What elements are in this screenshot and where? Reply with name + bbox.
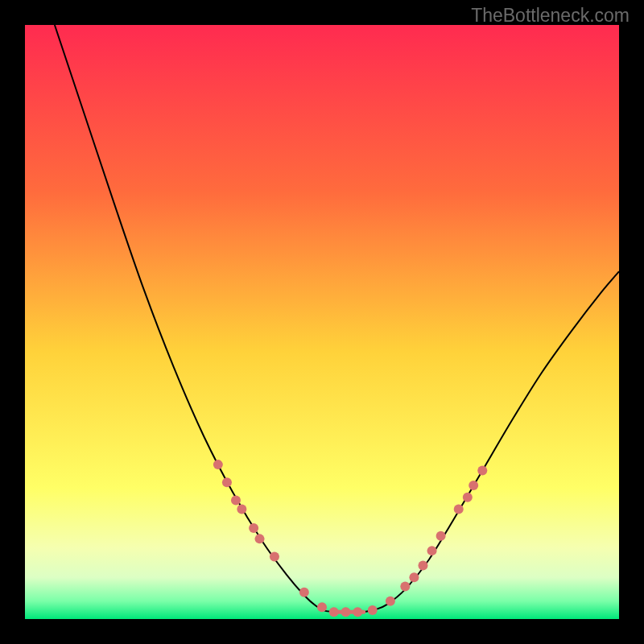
gradient-background <box>25 25 619 619</box>
data-marker <box>368 605 378 615</box>
data-marker <box>469 481 478 490</box>
data-marker <box>222 477 232 487</box>
data-marker <box>427 546 437 555</box>
data-marker <box>270 552 279 562</box>
watermark-text: TheBottleneck.com <box>471 5 630 27</box>
chart-svg <box>25 25 619 619</box>
data-marker <box>400 581 410 591</box>
data-marker <box>353 607 362 617</box>
data-marker <box>436 531 446 541</box>
data-marker <box>237 504 246 514</box>
data-marker <box>409 572 419 582</box>
data-marker <box>329 607 339 617</box>
data-marker <box>249 523 258 533</box>
data-marker <box>418 561 427 571</box>
data-marker <box>386 597 395 606</box>
data-marker <box>255 534 265 543</box>
data-marker <box>317 602 327 612</box>
data-marker <box>299 588 309 597</box>
chart-frame <box>25 25 619 619</box>
data-marker <box>341 607 351 617</box>
data-marker <box>477 466 487 476</box>
data-marker <box>213 460 223 469</box>
data-marker <box>454 504 464 514</box>
data-marker <box>463 493 473 502</box>
data-marker <box>231 495 241 505</box>
